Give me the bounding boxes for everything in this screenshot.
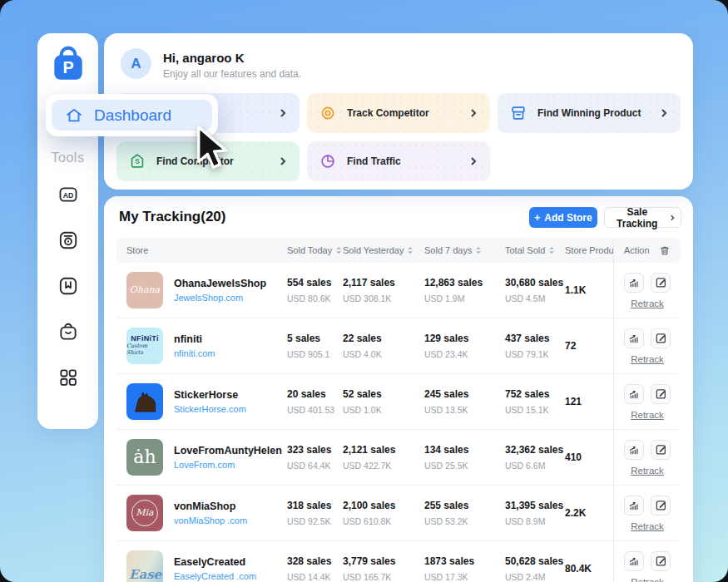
chevron-right-icon <box>278 156 288 166</box>
store-name: vonMiaShop <box>174 501 247 512</box>
store-logo <box>126 383 163 420</box>
store-logo: Ease <box>126 550 163 582</box>
retrack-link[interactable]: Retrack <box>631 410 664 420</box>
sold-today-cell: 20 sales USD 401.53 <box>287 388 343 415</box>
column-header[interactable]: Total Sold <box>505 245 565 255</box>
retrack-link[interactable]: Retrack <box>631 577 664 582</box>
product-research-icon[interactable] <box>57 229 79 251</box>
apps-grid-icon[interactable] <box>57 367 79 388</box>
chart-icon <box>628 276 641 289</box>
sold-yesterday-cell: 2,117 sales USD 308.1K <box>343 277 424 303</box>
chevron-right-icon <box>278 108 288 118</box>
plus-icon: + <box>534 212 540 224</box>
chart-icon <box>628 387 641 400</box>
table-row: Ease EaselyCreated EaselyCreated .com 32… <box>116 541 681 582</box>
sort-icon[interactable] <box>548 246 555 254</box>
store-domain-link[interactable]: EaselyCreated .com <box>174 571 256 581</box>
column-header[interactable]: Store <box>116 245 287 255</box>
sold-yesterday-cell: 2,121 sales USD 422.7K <box>343 444 424 471</box>
retrack-link[interactable]: Retrack <box>631 354 664 364</box>
home-icon <box>65 106 83 125</box>
chart-icon <box>628 499 641 511</box>
store-domain-link[interactable]: LoveFrom.com <box>174 460 282 470</box>
sale-tracking-button[interactable]: Sale Tracking <box>604 207 681 228</box>
tools-section-label: Tools <box>52 150 85 165</box>
store-products-cell: 121 <box>565 396 613 407</box>
sort-icon[interactable] <box>335 246 342 254</box>
mouse-cursor <box>194 124 235 174</box>
my-tracking-panel: My Tracking(20) + Add Store Sale Trackin… <box>104 196 693 582</box>
retrack-link[interactable]: Retrack <box>631 521 664 531</box>
column-header[interactable]: Sold 7 days <box>424 245 505 255</box>
stats-button[interactable] <box>624 328 644 348</box>
sold-7days-cell: 134 sales USD 25.5K <box>424 444 505 471</box>
ads-icon[interactable]: AD <box>57 184 79 205</box>
quick-card-find-winning-product[interactable]: Find Winning Product <box>498 93 681 133</box>
greeting-title: Hi, angaroo K <box>163 51 245 65</box>
avatar[interactable]: A <box>121 48 151 79</box>
edit-pencil-icon <box>655 332 667 344</box>
quick-card-find-traffic[interactable]: Find Traffic <box>307 141 490 181</box>
action-cell: Retrack <box>613 374 681 429</box>
add-store-button[interactable]: + Add Store <box>529 207 597 228</box>
column-header[interactable]: Store Products <box>565 245 613 255</box>
svg-text:P: P <box>62 58 73 76</box>
app-window: P Tools AD A Hi, angaroo K Enjoy all <box>0 0 728 582</box>
sort-icon[interactable] <box>475 246 482 254</box>
brand-bag-logo[interactable]: P <box>48 44 88 84</box>
table-row: ȧh LoveFromAuntyHelen LoveFrom.com 323 s… <box>116 430 681 486</box>
sidebar-item-dashboard[interactable]: Dashboard <box>52 100 212 131</box>
tracking-title: My Tracking(20) <box>119 209 226 225</box>
edit-button[interactable] <box>651 384 671 404</box>
edit-button[interactable] <box>651 328 671 348</box>
svg-text:AD: AD <box>62 191 73 200</box>
chevron-right-icon <box>468 108 478 118</box>
stats-button[interactable] <box>624 440 644 460</box>
edit-button[interactable] <box>651 273 671 293</box>
sold-7days-cell: 245 sales USD 13.5K <box>424 388 505 415</box>
column-header[interactable]: Sold Yesterday <box>343 245 424 255</box>
sold-7days-cell: 1873 sales USD 17.3K <box>424 555 505 582</box>
column-header[interactable]: Sold Today <box>287 245 343 255</box>
stats-button[interactable] <box>624 551 644 571</box>
chevron-right-icon <box>669 214 676 222</box>
store-logo: NFiNiTi Custom Shirts <box>126 328 163 364</box>
sidebar: P Tools AD <box>37 33 98 429</box>
chart-icon <box>628 443 641 456</box>
bookmark-icon[interactable] <box>57 275 79 297</box>
sort-icon[interactable] <box>407 246 414 254</box>
shop-dollar-icon: S <box>128 152 146 170</box>
svg-text:S: S <box>135 158 140 165</box>
store-domain-link[interactable]: vonMiaShop .com <box>174 515 247 525</box>
sold-today-cell: 318 sales USD 92.5K <box>287 500 343 526</box>
retrack-link[interactable]: Retrack <box>631 466 664 476</box>
stats-button[interactable] <box>624 496 644 515</box>
store-domain-link[interactable]: StickerHorse.com <box>174 404 246 414</box>
chart-icon <box>628 555 641 567</box>
store-domain-link[interactable]: JewelsShop.com <box>174 293 266 303</box>
sold-yesterday-cell: 52 sales USD 1.0K <box>343 388 424 415</box>
sold-today-cell: 554 sales USD 80.6K <box>287 277 343 303</box>
edit-button[interactable] <box>651 496 671 515</box>
store-products-cell: 80.4K <box>565 563 613 575</box>
chart-icon <box>628 332 641 344</box>
edit-button[interactable] <box>651 440 671 460</box>
action-cell: Retrack <box>613 541 681 582</box>
sold-7days-cell: 12,863 sales USD 1.9M <box>424 277 505 303</box>
pie-chart-icon <box>319 152 337 170</box>
tracking-table: Store Sold Today Sold Yesterday Sold 7 d… <box>116 238 681 582</box>
trash-icon[interactable] <box>659 244 671 257</box>
edit-button[interactable] <box>651 551 671 571</box>
total-sold-cell: 752 sales USD 15.1K <box>505 388 565 415</box>
table-row: NFiNiTi Custom Shirts nfiniti nfiniti.co… <box>116 318 681 374</box>
stats-button[interactable] <box>624 384 644 404</box>
store-bag-icon[interactable] <box>57 321 79 343</box>
retrack-link[interactable]: Retrack <box>631 298 664 308</box>
stats-button[interactable] <box>624 273 644 293</box>
quick-card-track-competitor[interactable]: Track Competitor <box>307 93 490 133</box>
sold-7days-cell: 129 sales USD 23.4K <box>424 333 505 359</box>
store-products-cell: 2.2K <box>565 507 613 519</box>
total-sold-cell: 50,628 sales USD 2.4M <box>505 555 565 582</box>
table-row: Mia vonMiaShop vonMiaShop .com 318 sales… <box>116 486 681 541</box>
store-domain-link[interactable]: nfiniti.com <box>174 348 215 358</box>
